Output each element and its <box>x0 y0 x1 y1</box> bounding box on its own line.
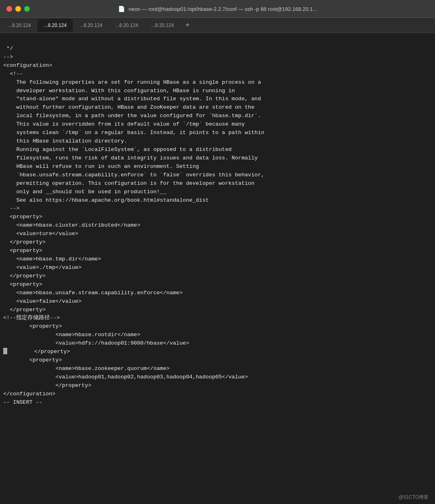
terminal-line: <name>hbase.cluster.distributed</name> <box>3 221 430 230</box>
line-text: </configuration> <box>3 390 56 399</box>
line-text: <configuration> <box>3 62 52 70</box>
tab-1-label: ...8.20.124 <box>8 23 31 28</box>
tab-5[interactable]: ...8.20.124 <box>145 19 180 32</box>
line-text: <name>hbase.zookeeper.quorum</name> <box>3 365 170 373</box>
minimize-button[interactable] <box>15 6 21 12</box>
line-text: Running against the `LocalFileSystem`, a… <box>3 146 232 154</box>
terminal-line: local filesystem, in a path under the va… <box>3 112 430 120</box>
terminal-line: <value>./tmp</value> <box>3 264 430 272</box>
terminal-line: The following properties are set for run… <box>3 78 430 87</box>
line-text: See also https://hbase.apache.org/book.h… <box>3 196 209 205</box>
terminal-line: <value>false</value> <box>3 297 430 306</box>
terminal-line: permitting operation. This configuration… <box>3 180 430 188</box>
terminal-line: filesystem, runs the risk of data integr… <box>3 154 430 163</box>
line-text: <value>false</value> <box>3 297 81 306</box>
terminal-line: <name>hbase.zookeeper.quorum</name> <box>3 365 430 373</box>
tab-3-label: ...8.20.124 <box>79 23 102 28</box>
terminal-line: systems clean `/tmp` on a regular basis.… <box>3 129 430 137</box>
terminal-line: developer workstation. With this configu… <box>3 87 430 95</box>
line-text: This value is overridden from its defaul… <box>3 120 245 129</box>
terminal-line: --> <box>3 204 430 213</box>
terminal-line: HBase will refuse to run in such an envi… <box>3 163 430 171</box>
line-text: <name>hbase.rootdir</name> <box>3 331 140 339</box>
line-text: The following properties are set for run… <box>3 78 261 87</box>
title-bar: 📄 neon — root@hadoop01:/opt/hbase-2.2.7/… <box>0 0 435 18</box>
terminal-line: <!-- <box>3 70 430 78</box>
terminal-line: without further configuration, HBase and… <box>3 103 430 112</box>
line-text: <!-- <box>3 70 23 78</box>
terminal-line: </property> <box>3 382 430 390</box>
tab-2-label: ...8.20.124 <box>44 23 67 28</box>
add-tab-button[interactable]: + <box>182 20 193 31</box>
terminal-line: <value>hdfs://hadoop01:9000/hbase</value… <box>3 339 430 348</box>
tab-4[interactable]: ...8.20.124 <box>109 19 145 32</box>
terminal-line: </property> <box>3 306 430 314</box>
line-text: systems clean `/tmp` on a regular basis.… <box>3 129 264 137</box>
line-text: </property> <box>3 306 46 314</box>
title-label: neon — root@hadoop01:/opt/hbase-2.2.7/co… <box>128 6 317 12</box>
terminal-line: <property> <box>3 356 430 365</box>
terminal-line: </property> <box>3 238 430 247</box>
terminal-line: <name>hbase.unsafe.stream.capability.enf… <box>3 289 430 297</box>
tab-bar: ...8.20.124 ...8.20.124 ...8.20.124 ...8… <box>0 18 435 33</box>
terminal-line: <configuration> <box>3 62 430 70</box>
line-text: <value>ture</value> <box>3 230 78 238</box>
line-text: --> <box>3 204 20 213</box>
terminal-line: */ <box>3 45 430 53</box>
tab-1[interactable]: ...8.20.124 <box>2 19 37 32</box>
terminal-content[interactable]: */--><configuration> <!-- The following … <box>0 33 435 504</box>
tab-5-label: ...8.20.124 <box>151 23 174 28</box>
terminal-line: </property> <box>3 272 430 281</box>
line-text: <name>hbase.unsafe.stream.capability.enf… <box>3 289 183 297</box>
line-text: filesystem, runs the risk of data integr… <box>3 154 258 163</box>
line-text: </property> <box>3 272 46 281</box>
line-text: <property> <box>3 322 62 331</box>
terminal-line: <value>hadoop01,hadoop02,hadoop03,hadoop… <box>3 373 430 382</box>
terminal-line: <property> <box>3 281 430 289</box>
tab-4-label: ...8.20.124 <box>115 23 138 28</box>
insert-mode-label: -- INSERT -- <box>3 399 42 407</box>
line-text: without further configuration, HBase and… <box>3 103 255 112</box>
maximize-button[interactable] <box>24 6 30 12</box>
terminal-line: Running against the `LocalFileSystem`, a… <box>3 146 430 154</box>
line-text: <name>hbase.cluster.distributed</name> <box>3 221 140 230</box>
line-text: `hbase.unsafe.stream.capability.enforce`… <box>3 171 264 180</box>
line-text: --> <box>3 53 13 62</box>
terminal-line: --> <box>3 53 430 62</box>
terminal-line: <property> <box>3 247 430 255</box>
terminal-line: This value is overridden from its defaul… <box>3 120 430 129</box>
watermark: @51CTO博客 <box>398 494 429 501</box>
terminal-line: </configuration> <box>3 390 430 399</box>
line-text: developer workstation. With this configu… <box>3 87 235 95</box>
tab-3[interactable]: ...8.20.124 <box>73 19 109 32</box>
line-text: only and __should not be used in product… <box>3 188 166 196</box>
traffic-lights <box>6 6 30 12</box>
tab-2[interactable]: ...8.20.124 <box>37 19 73 32</box>
line-text: <value>hdfs://hadoop01:9000/hbase</value… <box>3 339 189 348</box>
line-text: <property> <box>3 281 42 289</box>
line-text: <property> <box>3 213 42 221</box>
line-text: this HBase installation directory. <box>3 137 127 146</box>
terminal-line: <name>hbase.rootdir</name> <box>3 331 430 339</box>
line-text: */ <box>3 45 13 53</box>
terminal-line: See also https://hbase.apache.org/book.h… <box>3 196 430 205</box>
add-tab-icon: + <box>185 21 190 29</box>
line-text: <name>hbase.tmp.dir</name> <box>3 255 101 264</box>
line-text: permitting operation. This configuration… <box>3 180 255 188</box>
line-text: </property> <box>3 238 46 247</box>
line-text: </property> <box>3 382 91 390</box>
terminal-line: <property> <box>3 322 430 331</box>
line-text: </property> <box>8 348 70 356</box>
terminal-line: <name>hbase.tmp.dir</name> <box>3 255 430 264</box>
close-button[interactable] <box>6 6 12 12</box>
terminal-line: <value>ture</value> <box>3 230 430 238</box>
terminal-line: </property> <box>3 348 430 356</box>
terminal-line: only and __should not be used in product… <box>3 188 430 196</box>
line-text: "stand-alone" mode and without a distrib… <box>3 95 261 103</box>
line-text: local filesystem, in a path under the va… <box>3 112 261 120</box>
line-text: <property> <box>3 247 42 255</box>
cursor <box>3 348 7 354</box>
line-text: <!--指定存储路径--> <box>3 314 60 322</box>
terminal-line: "stand-alone" mode and without a distrib… <box>3 95 430 103</box>
terminal-line: <property> <box>3 213 430 221</box>
